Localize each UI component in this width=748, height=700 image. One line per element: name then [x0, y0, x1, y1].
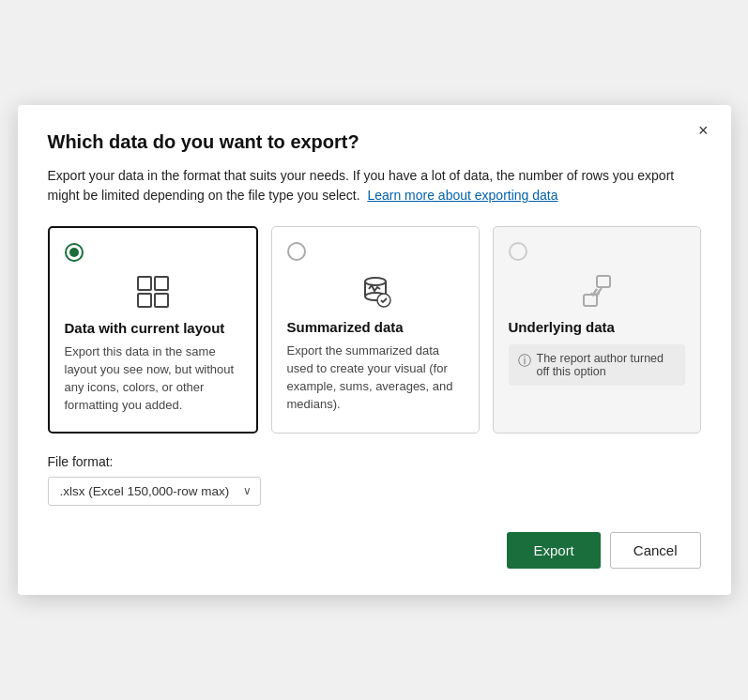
option-current-layout-title: Data with current layout [65, 320, 241, 336]
disabled-notice: ⓘ The report author turned off this opti… [509, 344, 685, 386]
option-summarized[interactable]: Summarized data Export the summarized da… [271, 226, 480, 433]
options-row: Data with current layout Export this dat… [48, 226, 701, 433]
export-button[interactable]: Export [507, 532, 600, 569]
file-format-select[interactable]: .xlsx (Excel 150,000-row max) [48, 477, 261, 506]
radio-current-layout[interactable] [65, 243, 84, 262]
radio-summarized[interactable] [287, 242, 306, 261]
cancel-button[interactable]: Cancel [610, 532, 701, 569]
learn-more-link[interactable]: Learn more about exporting data [367, 188, 557, 203]
svg-rect-11 [584, 295, 597, 306]
svg-rect-0 [138, 277, 151, 290]
dialog-footer: Export Cancel [48, 532, 701, 569]
file-format-label: File format: [48, 454, 701, 469]
radio-underlying [509, 242, 527, 261]
db-icon [287, 270, 464, 312]
export-dialog: × Which data do you want to export? Expo… [18, 105, 731, 594]
option-underlying-title: Underlying data [509, 319, 685, 335]
option-underlying: Underlying data ⓘ The report author turn… [493, 226, 701, 433]
transfer-icon [509, 270, 685, 312]
grid-icon [65, 271, 241, 312]
dialog-description: Export your data in the format that suit… [48, 166, 701, 205]
dialog-title: Which data do you want to export? [48, 131, 701, 153]
svg-rect-2 [138, 294, 151, 307]
option-current-layout[interactable]: Data with current layout Export this dat… [48, 226, 258, 433]
option-summarized-desc: Export the summarized data used to creat… [287, 342, 464, 413]
svg-rect-1 [155, 277, 168, 290]
svg-rect-10 [597, 276, 610, 287]
option-summarized-title: Summarized data [287, 319, 464, 335]
svg-rect-3 [155, 294, 168, 307]
info-icon: ⓘ [518, 353, 531, 370]
svg-point-4 [365, 278, 386, 285]
option-current-layout-desc: Export this data in the same layout you … [65, 343, 241, 414]
file-format-select-wrapper[interactable]: .xlsx (Excel 150,000-row max) [48, 477, 261, 506]
close-button[interactable]: × [693, 120, 714, 141]
disabled-notice-text: The report author turned off this option [537, 352, 676, 378]
